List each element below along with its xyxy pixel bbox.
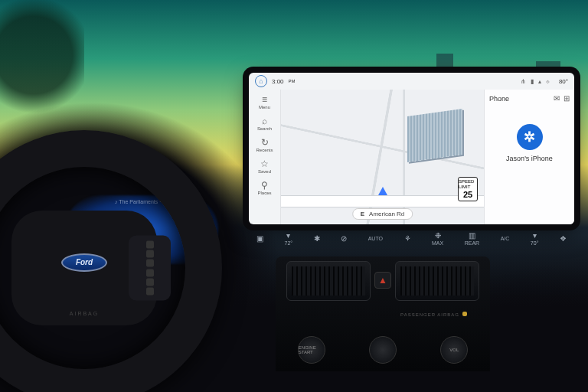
fan-icon: ⊘ [341,234,347,243]
sidebar-item-recents[interactable]: ↻Recents [249,134,280,155]
ac-label: A/C [501,236,510,241]
connected-device: Jason's iPhone [506,155,553,162]
phone-panel: Phone ✉ ⊞ ✲ Jason's iPhone [484,90,574,224]
messages-icon[interactable]: ✉ [554,94,560,103]
bluetooth-icon[interactable]: ✲ [517,124,543,150]
map-road [281,195,484,207]
satellite-icon: ⟐ [546,78,550,85]
driver-temp[interactable]: ▾72° [285,231,293,246]
sidebar-item-menu[interactable]: ≡Menu [249,91,280,113]
seat-heat-icon: ✱ [314,234,320,243]
places-icon: ⚲ [249,180,280,191]
airbag-light-icon [462,312,467,316]
hazard-button[interactable]: ▲ [374,272,391,289]
defrost-icon: ▣ [256,234,263,243]
chevron-down-icon: ▾ [533,231,537,240]
passenger-airbag-indicator: PASSENGER AIRBAG [400,312,467,317]
sidebar-item-saved[interactable]: ☆Saved [249,155,280,177]
vent-right[interactable] [395,261,479,301]
passenger-temp-value: 70° [531,240,539,246]
dialpad-icon[interactable]: ⊞ [564,94,570,103]
airflow-button[interactable]: ⚘ [404,234,411,243]
seat-heat-icon: ❖ [560,234,567,243]
center-stack: ▲ PASSENGER AIRBAG ENGINE START VOL [276,256,490,371]
map-canvas[interactable]: E American Rd SPEED LIMIT 25 [281,90,484,224]
rear-defrost-button[interactable]: ▥REAR [465,231,479,246]
search-icon: ⌕ [249,116,280,126]
wheel-hub: Ford AIRBAG [11,211,157,325]
outside-temp: 80° [559,78,568,85]
passenger-temp[interactable]: ▾70° [531,231,539,246]
street-name: American Rd [369,211,404,217]
recents-icon: ↻ [249,137,280,148]
speed-limit-label: SPEED LIMIT [459,179,477,189]
home-icon[interactable]: ⌂ [255,75,267,87]
current-street-pill[interactable]: E American Rd [352,208,413,220]
map-building [407,109,462,162]
seat-heat-driver[interactable]: ✱ [314,234,320,243]
status-bar: ⌂ 3:00 PM ⋔ ▮ ▴ ⟐ 80° [249,73,574,90]
sidebar-label: Menu [259,105,270,109]
signal-icon: ▮ [531,78,534,85]
vehicle-cursor-icon [378,187,387,195]
auto-label: AUTO [368,236,383,241]
sidebar-item-search[interactable]: ⌕Search [249,113,280,134]
snow-icon: ❉ [435,231,441,240]
star-icon: ☆ [249,158,280,169]
auto-button[interactable]: AUTO [368,236,383,241]
nav-sidebar: ≡Menu ⌕Search ↻Recents ☆Saved ⚲Places [249,90,281,224]
driver-temp-value: 72° [285,240,293,246]
fan-button[interactable]: ⊘ [341,234,347,243]
ford-logo: Ford [61,253,107,272]
chevron-down-icon: ▾ [286,231,290,240]
speed-limit-sign: SPEED LIMIT 25 [458,177,478,201]
engine-start-button[interactable]: ENGINE START [298,336,325,364]
volume-knob[interactable]: VOL [440,336,468,364]
menu-icon: ≡ [249,94,280,105]
rear-label: REAR [465,240,479,246]
tune-knob[interactable] [369,336,397,364]
vent-left[interactable] [286,261,371,301]
ac-button[interactable]: A/C [501,236,510,241]
seat-heat-passenger[interactable]: ❖ [560,234,567,243]
cell-icon: ▴ [538,78,541,85]
sidebar-label: Places [257,191,271,195]
max-ac-button[interactable]: ❉MAX [432,231,443,246]
infotainment-screen: ⌂ 3:00 PM ⋔ ▮ ▴ ⟐ 80° ≡Menu ⌕Search ↻Rec… [249,73,574,224]
sidebar-label: Recents [256,148,273,152]
clock-meridiem: PM [289,79,296,83]
defrost-front-button[interactable]: ▣ [256,234,263,243]
rear-defrost-icon: ▥ [469,231,475,240]
airbag-label: AIRBAG [70,311,99,316]
airflow-icon: ⚘ [404,234,411,243]
wifi-icon: ⋔ [521,78,526,85]
climate-bar: ▣ ▾72° ✱ ⊘ AUTO ⚘ ❉MAX ▥REAR A/C ▾70° ❖ [249,230,574,247]
sidebar-label: Saved [258,169,271,174]
clock-time: 3:00 [272,78,284,85]
sidebar-item-places[interactable]: ⚲Places [249,177,280,198]
sidebar-label: Search [257,126,272,131]
phone-panel-title: Phone [489,95,509,103]
heading-letter: E [361,211,364,217]
wheel-button-pad[interactable] [129,236,171,301]
max-label: MAX [432,240,443,246]
speed-limit-value: 25 [463,190,472,199]
